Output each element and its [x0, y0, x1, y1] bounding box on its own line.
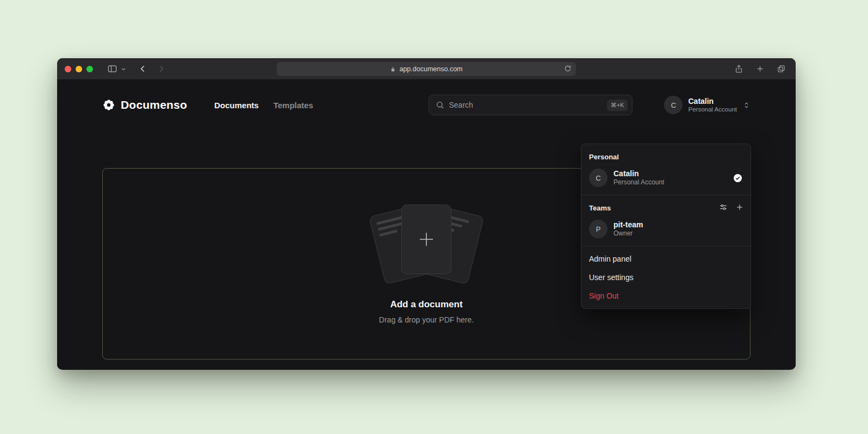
dropzone-title: Add a document — [390, 299, 462, 310]
menu-item-team[interactable]: P pit-team Owner — [581, 215, 751, 243]
share-icon[interactable] — [731, 62, 746, 76]
toolbar-right-actions — [731, 62, 788, 76]
menu-divider — [581, 246, 751, 246]
window-minimize-button[interactable] — [76, 66, 82, 72]
nav-documents[interactable]: Documents — [214, 101, 259, 110]
plus-icon — [417, 230, 436, 249]
sidebar-toggle-icon[interactable] — [105, 62, 119, 76]
account-text: Catalin Personal Account — [688, 97, 737, 114]
search-input[interactable] — [449, 101, 606, 109]
teams-heading-row: Teams — [581, 199, 751, 215]
team-avatar: P — [589, 220, 607, 238]
menu-item-sign-out[interactable]: Sign Out — [581, 287, 751, 305]
menu-item-user-settings[interactable]: User settings — [581, 268, 751, 287]
brand[interactable]: Documenso — [102, 98, 187, 111]
tab-overview-icon[interactable] — [774, 62, 788, 76]
nav-templates[interactable]: Templates — [274, 101, 313, 110]
search-box[interactable]: ⌘+K — [429, 95, 633, 115]
url-text: app.documenso.com — [399, 65, 462, 73]
personal-description: Personal Account — [613, 178, 664, 187]
account-avatar: C — [664, 96, 683, 114]
menu-divider — [581, 195, 751, 195]
new-tab-icon[interactable] — [753, 62, 767, 76]
dropzone-subtitle: Drag & drop your PDF here. — [379, 315, 474, 324]
documenso-logo-icon — [102, 98, 115, 111]
account-name: Catalin — [688, 97, 737, 106]
personal-text: Catalin Personal Account — [613, 169, 664, 187]
search-shortcut-badge: ⌘+K — [607, 100, 628, 111]
back-icon[interactable] — [135, 62, 150, 76]
personal-name: Catalin — [613, 169, 664, 179]
search-icon — [436, 101, 444, 109]
menu-personal-heading: Personal — [581, 147, 751, 164]
manage-teams-icon[interactable] — [719, 203, 728, 212]
account-switcher-button[interactable]: C Catalin Personal Account — [664, 96, 751, 114]
account-menu: Personal C Catalin Personal Account Team… — [581, 144, 751, 309]
address-bar[interactable]: app.documenso.com — [277, 62, 576, 76]
browser-window: app.documenso.com — [57, 58, 796, 370]
team-text: pit-team Owner — [613, 220, 643, 238]
team-name: pit-team — [613, 220, 643, 230]
chevrons-up-down-icon — [742, 101, 751, 109]
teams-actions — [719, 203, 744, 212]
app-header: Documenso Documents Templates ⌘+K C Cata… — [57, 80, 796, 115]
brand-name: Documenso — [121, 98, 187, 111]
reload-icon[interactable] — [564, 65, 572, 72]
add-team-icon[interactable] — [735, 203, 744, 212]
documents-illustration — [372, 203, 481, 286]
check-circle-icon — [733, 173, 743, 183]
team-role: Owner — [613, 230, 643, 238]
menu-item-personal-account[interactable]: C Catalin Personal Account — [581, 164, 751, 191]
window-zoom-button[interactable] — [86, 66, 93, 72]
browser-toolbar: app.documenso.com — [57, 58, 796, 80]
traffic-lights — [65, 66, 93, 72]
menu-item-admin-panel[interactable]: Admin panel — [581, 250, 751, 268]
window-close-button[interactable] — [65, 66, 71, 72]
account-type: Personal Account — [688, 106, 737, 114]
personal-avatar: C — [589, 169, 607, 187]
forward-icon[interactable] — [154, 62, 168, 76]
sidebar-chevron-down-icon[interactable] — [119, 62, 128, 76]
document-card-center — [401, 204, 451, 274]
lock-icon — [390, 66, 396, 72]
app-content: Documenso Documents Templates ⌘+K C Cata… — [57, 80, 796, 369]
menu-teams-heading: Teams — [581, 199, 618, 215]
main-nav: Documents Templates — [214, 101, 313, 110]
